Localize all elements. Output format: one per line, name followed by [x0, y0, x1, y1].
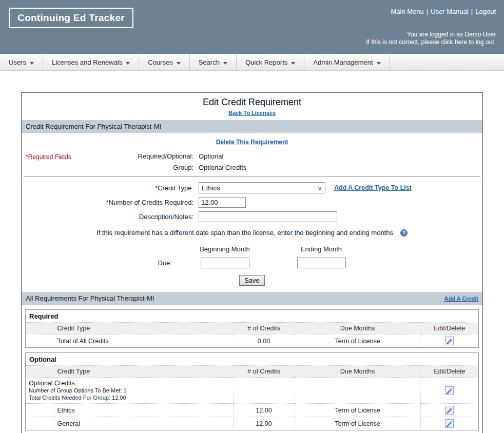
- app-logo: Continuing Ed Tracker: [9, 8, 133, 28]
- page-title: Edit Credit Requirement: [22, 93, 482, 108]
- optional-box: Optional Credit Type # of Credits Due Mo…: [25, 352, 479, 430]
- edit-icon[interactable]: [445, 337, 454, 345]
- credit-type-row: *Credit Type: Ethics ∨ Add A Credit Type…: [22, 182, 482, 193]
- menu-item-quick-reports[interactable]: Quick Reports: [237, 54, 304, 70]
- menu-item-label: Licenses and Renewals: [52, 58, 122, 66]
- table-row: Total of All Credits 0.00 Term of Licens…: [26, 334, 478, 348]
- required-optional-value: Optional: [199, 152, 223, 160]
- col-due-months: Due Months: [295, 366, 420, 378]
- group-row: Optional Credits Number of Group Options…: [26, 378, 478, 404]
- cell-edit-delete: [420, 334, 478, 348]
- save-button[interactable]: Save: [239, 275, 265, 286]
- all-requirements-header: All Requirements For Physical Therapist-…: [22, 292, 482, 305]
- num-credits-input[interactable]: [199, 197, 246, 208]
- chevron-down-icon: [377, 62, 381, 65]
- cell-num-credits: 0.00: [233, 334, 295, 348]
- empty-header-cell: [26, 366, 54, 378]
- chevron-down-icon: [177, 62, 181, 65]
- date-span-note-row: If this requirement has a different date…: [22, 229, 482, 237]
- empty-header-cell: [26, 323, 54, 334]
- form-divider: [24, 176, 480, 177]
- delete-requirement-link[interactable]: Delete This Requirement: [216, 139, 288, 146]
- group-info-cell: Optional Credits Number of Group Options…: [26, 378, 233, 404]
- logged-in-line2[interactable]: If this is not correct, please click her…: [366, 38, 496, 46]
- requirements-tables: Required Credit Type # of Credits Due Mo…: [22, 305, 482, 433]
- select-chevron-icon: ∨: [317, 185, 322, 191]
- cell-edit-delete: [420, 378, 478, 404]
- all-requirements-title: All Requirements For Physical Therapist-…: [26, 294, 154, 302]
- save-row: Save: [22, 275, 482, 286]
- main-panel: Edit Credit Requirement Back To Licenses…: [21, 92, 483, 433]
- menu-item-admin-management[interactable]: Admin Management: [304, 54, 390, 70]
- menu-item-search[interactable]: Search: [190, 54, 237, 70]
- table-row: General 12.00 Term of License: [26, 417, 478, 430]
- user-manual-link[interactable]: User Manual: [431, 8, 469, 15]
- due-months-grid: Beginning Month Ending Month Due:: [22, 245, 482, 268]
- main-menu-bar: Users Licenses and Renewals Courses Sear…: [0, 54, 504, 71]
- credit-type-select[interactable]: Ethics ∨: [199, 182, 325, 193]
- table-header-row: Credit Type # of Credits Due Months Edit…: [26, 323, 478, 334]
- required-optional-row: Required/Optional: Optional: [22, 152, 482, 160]
- date-span-note: If this requirement has a different date…: [96, 229, 393, 237]
- beginning-month-cell: [177, 258, 273, 268]
- group-label: Group:: [22, 164, 199, 171]
- menu-item-label: Admin Management: [313, 58, 373, 66]
- cell-due-months: Term of License: [295, 417, 420, 430]
- empty-cell: [26, 404, 54, 417]
- chevron-down-icon: [126, 62, 130, 65]
- add-credit-type-link[interactable]: Add A Credit Type To List: [334, 184, 412, 191]
- cell-credit-type: Total of All Credits: [54, 334, 233, 348]
- col-edit-delete: Edit/Delete: [420, 323, 478, 334]
- logged-in-status: You are logged in as Demo User If this i…: [366, 31, 496, 46]
- required-box: Required Credit Type # of Credits Due Mo…: [25, 309, 479, 348]
- col-num-credits: # of Credits: [233, 366, 295, 378]
- main-menu-link[interactable]: Main Menu: [391, 8, 423, 15]
- description-label: Description/Notes:: [22, 213, 199, 221]
- cell-credit-type: Ethics: [54, 404, 233, 417]
- empty-cell: [295, 378, 420, 404]
- help-icon[interactable]: ?: [400, 229, 408, 237]
- edit-icon[interactable]: [445, 386, 454, 395]
- back-to-licenses-link[interactable]: Back To Licenses: [228, 110, 276, 116]
- optional-box-title: Optional: [26, 353, 478, 365]
- logout-link[interactable]: Logout: [475, 8, 496, 15]
- cell-edit-delete: [420, 404, 478, 417]
- edit-section-header: Credit Requirement For Physical Therapis…: [22, 120, 482, 133]
- optional-table: Credit Type # of Credits Due Months Edit…: [26, 365, 478, 430]
- num-credits-label: *Number of Credits Required:: [22, 199, 199, 206]
- cell-num-credits: 12.00: [233, 404, 295, 417]
- beginning-month-label: Beginning Month: [177, 245, 273, 253]
- ending-month-input[interactable]: [297, 258, 346, 268]
- group-total-line: Total Credits Needed For Group: 12.00: [29, 394, 230, 401]
- menu-item-users[interactable]: Users: [0, 54, 43, 70]
- required-fields-note: *Required Fields: [26, 153, 71, 161]
- empty-cell: [26, 334, 54, 348]
- credit-type-label: *Credit Type:: [22, 184, 199, 192]
- due-label: Due:: [22, 259, 177, 267]
- delete-link-row: Delete This Requirement: [22, 136, 482, 149]
- group-name: Optional Credits: [29, 380, 230, 387]
- col-credit-type: Credit Type: [54, 366, 233, 378]
- group-value: Optional Credits: [199, 164, 246, 171]
- table-header-row: Credit Type # of Credits Due Months Edit…: [26, 366, 478, 378]
- menu-item-label: Quick Reports: [245, 58, 287, 66]
- menu-item-label: Courses: [148, 58, 172, 66]
- chevron-down-icon: [223, 62, 227, 65]
- static-info-rows: *Required Fields Required/Optional: Opti…: [22, 152, 482, 171]
- description-row: Description/Notes:: [22, 211, 482, 222]
- ending-month-cell: [273, 258, 370, 268]
- add-a-credit-link[interactable]: Add A Credit: [444, 296, 478, 302]
- description-input[interactable]: [199, 211, 337, 222]
- menu-item-courses[interactable]: Courses: [139, 54, 189, 70]
- link-separator: |: [427, 8, 428, 15]
- menu-item-licenses-and-renewals[interactable]: Licenses and Renewals: [43, 54, 139, 70]
- edit-icon[interactable]: [445, 419, 454, 428]
- col-num-credits: # of Credits: [233, 323, 295, 334]
- beginning-month-input[interactable]: [201, 258, 249, 268]
- ending-month-label: Ending Month: [273, 245, 370, 253]
- num-credits-row: *Number of Credits Required:: [22, 197, 482, 208]
- edit-icon[interactable]: [445, 406, 454, 415]
- chevron-down-icon: [291, 62, 295, 65]
- group-row: Group: Optional Credits: [22, 164, 482, 171]
- cell-credit-type: General: [54, 417, 233, 430]
